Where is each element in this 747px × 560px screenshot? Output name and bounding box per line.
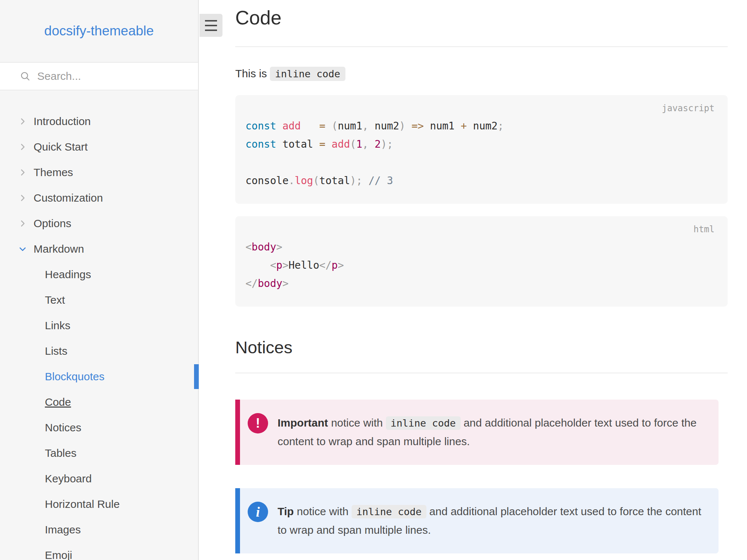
code-content: const add = (num1, num2) => num1 + num2;… — [245, 117, 715, 190]
sidebar-toggle-button[interactable] — [200, 14, 222, 37]
sidebar-item-label: Blockquotes — [45, 370, 104, 383]
chevron-right-icon — [18, 219, 27, 228]
chevron-right-icon — [18, 143, 27, 151]
code-language-label: html — [245, 223, 715, 235]
sidebar: docsify-themeable IntroductionQuick Star… — [0, 0, 199, 560]
code-line: <p>Hello</p> — [245, 256, 715, 275]
code-content: <body> <p>Hello</p></body> — [245, 238, 715, 293]
section-title-notices[interactable]: Notices — [235, 339, 728, 356]
sidebar-item-label: Introduction — [34, 115, 91, 128]
sidebar-item-label: Links — [45, 319, 70, 332]
sidebar-item-label: Text — [45, 294, 65, 306]
code-blocks: javascriptconst add = (num1, num2) => nu… — [235, 95, 728, 307]
code-line: console.log(total); // 3 — [245, 172, 715, 190]
sidebar-item-introduction[interactable]: Introduction — [0, 109, 198, 134]
sidebar-item-label: Lists — [45, 345, 67, 357]
sidebar-item-label: Emoji — [45, 549, 72, 560]
chevron-right-icon — [18, 194, 27, 202]
sidebar-item-label: Customization — [34, 192, 103, 204]
sidebar-item-lists[interactable]: Lists — [0, 338, 198, 364]
notice-text: Tip notice with inline code and addition… — [278, 502, 702, 539]
sidebar-nav: IntroductionQuick StartThemesCustomizati… — [0, 90, 198, 560]
sidebar-item-blockquotes[interactable]: Blockquotes — [0, 364, 198, 389]
page-title[interactable]: Code — [235, 8, 728, 27]
code-line: const add = (num1, num2) => num1 + num2; — [245, 117, 715, 135]
code-line — [245, 153, 715, 172]
divider — [235, 373, 728, 373]
sidebar-item-label: Code — [45, 396, 71, 408]
notices: !Important notice with inline code and a… — [235, 400, 728, 553]
sidebar-item-headings[interactable]: Headings — [0, 262, 198, 287]
sidebar-item-label: Options — [34, 217, 71, 230]
sidebar-item-label: Headings — [45, 268, 91, 281]
notice-important: !Important notice with inline code and a… — [235, 400, 719, 465]
chevron-right-icon — [18, 168, 27, 177]
hamburger-icon — [205, 20, 217, 22]
app-logo[interactable]: docsify-themeable — [0, 0, 198, 62]
code-line: const total = add(1, 2); — [245, 135, 715, 153]
code-block-javascript: javascriptconst add = (num1, num2) => nu… — [235, 95, 728, 204]
sidebar-item-horizontal-rule[interactable]: Horizontal Rule — [0, 491, 198, 517]
code-language-label: javascript — [245, 102, 715, 114]
sidebar-item-tables[interactable]: Tables — [0, 440, 198, 466]
sidebar-item-label: Horizontal Rule — [45, 498, 120, 510]
code-block-html: html<body> <p>Hello</p></body> — [235, 216, 728, 307]
intro-text: This is — [235, 67, 270, 79]
code-line: <body> — [245, 238, 715, 256]
sidebar-item-keyboard[interactable]: Keyboard — [0, 466, 198, 491]
info-icon: i — [248, 502, 268, 522]
search-input[interactable] — [37, 70, 176, 82]
main-content: Code This is inline code javascriptconst… — [200, 0, 747, 560]
sidebar-item-label: Themes — [34, 166, 73, 179]
sidebar-item-options[interactable]: Options — [0, 211, 198, 236]
search-bar[interactable] — [0, 62, 198, 90]
sidebar-item-text[interactable]: Text — [0, 287, 198, 313]
exclamation-icon: ! — [248, 413, 268, 433]
sidebar-item-themes[interactable]: Themes — [0, 160, 198, 185]
sidebar-item-label: Tables — [45, 447, 77, 459]
sidebar-item-markdown[interactable]: Markdown — [0, 236, 198, 262]
sidebar-item-label: Notices — [45, 421, 81, 434]
sidebar-item-images[interactable]: Images — [0, 517, 198, 542]
notice-tip: iTip notice with inline code and additio… — [235, 488, 719, 553]
search-icon — [20, 71, 30, 81]
sidebar-item-label: Markdown — [34, 243, 84, 255]
sidebar-item-quick-start[interactable]: Quick Start — [0, 134, 198, 160]
inline-code-chip: inline code — [270, 67, 345, 81]
sidebar-item-emoji[interactable]: Emoji — [0, 542, 198, 560]
chevron-right-icon — [18, 117, 27, 126]
sidebar-item-label: Keyboard — [45, 472, 92, 485]
chevron-down-icon — [18, 245, 27, 253]
sidebar-item-links[interactable]: Links — [0, 313, 198, 338]
inline-code-chip: inline code — [352, 505, 426, 518]
sidebar-item-code[interactable]: Code — [0, 389, 198, 415]
divider — [235, 46, 728, 47]
notice-text: Important notice with inline code and ad… — [278, 414, 702, 451]
intro-paragraph: This is inline code — [235, 67, 728, 80]
sidebar-item-label: Quick Start — [34, 141, 88, 153]
sidebar-item-notices[interactable]: Notices — [0, 415, 198, 440]
article: Code This is inline code javascriptconst… — [235, 0, 728, 553]
inline-code-chip: inline code — [386, 416, 461, 430]
sidebar-item-label: Images — [45, 524, 81, 536]
code-line: </body> — [245, 275, 715, 293]
sidebar-item-customization[interactable]: Customization — [0, 185, 198, 211]
